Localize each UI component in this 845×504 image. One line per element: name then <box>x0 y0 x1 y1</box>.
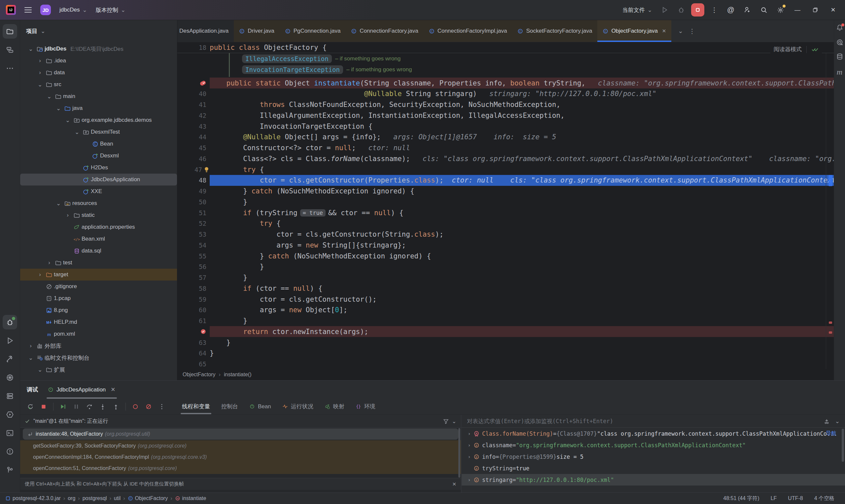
status-crumb[interactable]: org <box>68 496 75 501</box>
project-icon[interactable] <box>3 24 17 39</box>
tree-expand-icon[interactable]: ⌄ <box>54 105 63 112</box>
gutter[interactable]: 61 <box>177 316 210 326</box>
project-panel-header[interactable]: 项目 ⌄ <box>20 20 177 42</box>
mute-breakpoints-button[interactable] <box>143 401 154 412</box>
watches-scrollbar[interactable] <box>842 429 844 462</box>
breadcrumb-class[interactable]: ObjectFactory <box>182 372 216 378</box>
terminal-tool-icon[interactable] <box>3 426 17 440</box>
tree-expand-icon[interactable]: ⌄ <box>36 81 44 88</box>
watch-row[interactable]: ›mClass.forName(String) = {Class@1707} "… <box>462 428 845 439</box>
gutter[interactable]: 42 <box>177 110 210 121</box>
tree-row[interactable]: data.sql <box>20 245 177 257</box>
tree-row[interactable]: JdbcDesApplication <box>20 174 177 185</box>
gutter[interactable]: 49 <box>177 186 210 197</box>
tree-row[interactable]: ⌄jdbcDesE:\IDEA项目\jdbcDes <box>20 43 177 55</box>
tree-row[interactable]: ⌄扩展 <box>20 364 177 376</box>
status-crumb[interactable]: postgresql-42.3.0.jar <box>5 496 61 501</box>
gutter[interactable]: 44 <box>177 132 210 143</box>
minimize-button[interactable]: — <box>790 3 805 17</box>
tree-expand-icon[interactable]: ⌄ <box>27 46 35 53</box>
build-tool-icon[interactable] <box>3 352 17 366</box>
gutter[interactable]: 64 <box>177 348 210 359</box>
status-widget[interactable]: 48:51 (44 字符) <box>723 495 759 502</box>
watch-expand-icon[interactable]: › <box>465 454 474 460</box>
tree-expand-icon[interactable]: ⌄ <box>64 117 72 124</box>
reader-mode-widget[interactable]: 阅读器模式 <box>770 44 822 54</box>
gutter[interactable] <box>177 77 210 88</box>
tree-expand-icon[interactable]: › <box>36 271 44 278</box>
tree-row[interactable]: ⌄DesxmlTest <box>20 126 177 138</box>
gutter[interactable]: 65 <box>177 359 210 369</box>
gutter[interactable]: 40 <box>177 88 210 100</box>
error-stripe-mark[interactable] <box>829 331 832 334</box>
error-stripe-mark[interactable] <box>829 322 832 324</box>
tree-expand-icon[interactable]: › <box>36 69 44 76</box>
gutter[interactable]: 60 <box>177 305 210 316</box>
tree-row[interactable]: ⌄临时文件和控制台 <box>20 352 177 364</box>
project-avatar[interactable]: JD <box>40 5 51 15</box>
git-tool-icon[interactable] <box>3 463 17 477</box>
tree-expand-icon[interactable]: › <box>27 343 35 349</box>
run-button[interactable] <box>658 3 671 17</box>
step-into-button[interactable] <box>97 401 108 412</box>
close-icon[interactable]: ✕ <box>452 481 456 487</box>
more-actions-button[interactable]: ⋮ <box>708 3 721 17</box>
tree-row[interactable]: ⌄org.example.jdbcdes.demos <box>20 114 177 126</box>
debug-tab-环境[interactable]: {}环境 <box>356 399 375 414</box>
status-widget[interactable]: 4 个空格 <box>814 495 834 502</box>
debug-tab-控制台[interactable]: 控制台 <box>221 399 238 414</box>
tree-expand-icon[interactable]: ⌄ <box>36 366 44 373</box>
tree-expand-icon[interactable]: ⌄ <box>73 129 81 136</box>
debug-title[interactable]: 调试 <box>27 386 38 393</box>
watch-expand-icon[interactable]: › <box>465 443 474 448</box>
run-tool-icon[interactable] <box>3 334 17 348</box>
gutter[interactable]: 45 <box>177 143 210 154</box>
close-icon[interactable]: ✕ <box>662 28 666 34</box>
watch-row[interactable]: ›pstringarg = "http://127.0.0.1:80/poc.x… <box>462 474 845 486</box>
bp-line-icon[interactable] <box>200 328 206 335</box>
status-crumb[interactable]: util <box>114 496 121 501</box>
tree-row[interactable]: ›target <box>20 269 177 281</box>
code-editor[interactable]: IllegalAccessException – if something go… <box>177 42 834 369</box>
run-config-selector[interactable]: 当前文件 ⌄ <box>622 6 652 14</box>
gutter[interactable]: 57 <box>177 272 210 283</box>
debug-tool-icon[interactable] <box>3 315 17 329</box>
tree-expand-icon[interactable]: › <box>36 57 44 64</box>
gutter[interactable]: 53 <box>177 229 210 240</box>
tree-row[interactable]: ⌄resources <box>20 197 177 209</box>
run-anything-tool-icon[interactable] <box>3 407 17 422</box>
gutter[interactable]: 47 <box>177 164 210 175</box>
frame-row[interactable]: openConnectionImpl:184, ConnectionFactor… <box>20 451 461 463</box>
close-icon[interactable]: ✕ <box>111 386 115 393</box>
navigate-link[interactable]: 导航 <box>826 430 837 437</box>
filter-icon[interactable] <box>443 418 449 424</box>
commit-icon[interactable] <box>3 42 17 57</box>
tree-expand-icon[interactable]: › <box>64 212 72 218</box>
tree-expand-icon[interactable]: ⌄ <box>27 355 35 361</box>
tree-row[interactable]: ›.idea <box>20 55 177 67</box>
tab-desapplication-java[interactable]: DesApplication.java <box>177 20 234 42</box>
tabs-more-icon[interactable]: ⋮ <box>689 28 696 35</box>
tab-objectfactory-java[interactable]: CObjectFactory.java✕ <box>597 20 671 42</box>
ai-assistant-button[interactable]: @ <box>724 3 737 17</box>
dependencies-tool-icon[interactable] <box>3 370 17 385</box>
debug-tab-运行状况[interactable]: 运行状况 <box>282 399 313 414</box>
gutter[interactable]: 41 <box>177 100 210 110</box>
tree-row[interactable]: XXE <box>20 185 177 197</box>
gutter[interactable]: 63 <box>177 337 210 348</box>
watch-row[interactable]: ›pinfo = {Properties@1599} size = 5 <box>462 451 845 463</box>
maven-tool-icon[interactable]: m <box>837 68 842 76</box>
tree-row[interactable]: MHELP.md <box>20 316 177 328</box>
gutter[interactable]: 46 <box>177 153 210 164</box>
pause-button[interactable] <box>71 401 82 412</box>
watch-row[interactable]: ›pclassname = "org.springframework.conte… <box>462 439 845 451</box>
watch-expand-icon[interactable]: › <box>465 477 474 483</box>
add-watch-icon[interactable] <box>824 418 830 425</box>
tree-row[interactable]: ›外部库 <box>20 340 177 352</box>
tabs-dropdown-icon[interactable]: ⌄ <box>678 28 683 35</box>
bp-method-icon[interactable] <box>199 80 206 87</box>
tree-expand-icon[interactable]: ⌄ <box>54 200 63 207</box>
problems-tool-icon[interactable] <box>3 444 17 459</box>
tree-row[interactable]: .gitignore <box>20 281 177 292</box>
step-over-button[interactable] <box>84 401 95 412</box>
